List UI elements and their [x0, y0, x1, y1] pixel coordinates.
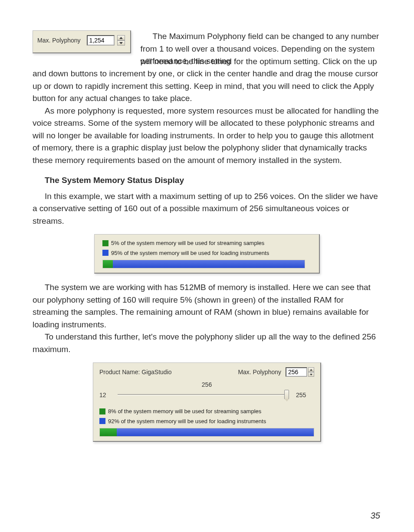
- spinner-up-button[interactable]: [308, 367, 314, 372]
- slider-thumb[interactable]: [284, 390, 289, 399]
- max-polyphony-input[interactable]: 1,254: [87, 35, 115, 46]
- polyphony-spinner-panel: Max. Polyphony 1,254: [33, 30, 131, 53]
- memory-status-line: 5% of the system memory will be used for…: [102, 239, 305, 248]
- slider-mark-label: 256: [202, 380, 212, 389]
- chevron-down-icon: [310, 374, 312, 375]
- memory-status-panel: 5% of the system memory will be used for…: [94, 234, 320, 274]
- memory-status-text: 95% of the system memory will be used fo…: [111, 249, 269, 258]
- green-swatch-icon: [102, 240, 108, 246]
- blue-swatch-icon: [99, 418, 105, 424]
- green-swatch-icon: [99, 408, 105, 415]
- memory-bar-blue-segment: [113, 260, 305, 268]
- body-paragraph: The system we are working with has 512MB…: [33, 281, 381, 331]
- max-polyphony-value: 256: [288, 368, 298, 377]
- body-paragraph: As more polyphony is requested, more sys…: [33, 105, 381, 167]
- memory-status-text: 92% of the system memory will be used fo…: [108, 417, 266, 426]
- section-heading: The System Memory Status Display: [45, 174, 381, 187]
- max-polyphony-value: 1,254: [89, 36, 105, 45]
- memory-bar-blue-segment: [117, 428, 314, 436]
- memory-bar-green-segment: [100, 428, 117, 436]
- chevron-down-icon: [119, 42, 123, 44]
- memory-status-line: 92% of the system memory will be used fo…: [99, 417, 314, 426]
- chevron-up-icon: [310, 369, 312, 371]
- slider-track: [118, 394, 289, 395]
- body-text: As more polyphony is requested, more sys…: [33, 106, 379, 165]
- product-name-label: Product Name: GigaStudio: [99, 368, 172, 377]
- memory-usage-bar: [102, 260, 305, 268]
- memory-status-line: 95% of the system memory will be used fo…: [102, 249, 305, 258]
- body-text: To understand this further, let's move t…: [33, 332, 376, 354]
- body-text: The system we are working with has 512MB…: [33, 283, 371, 329]
- spinner-up-button[interactable]: [117, 35, 125, 40]
- max-polyphony-input[interactable]: 256: [286, 367, 307, 377]
- memory-bar-green-segment: [103, 260, 113, 268]
- body-paragraph: To understand this further, let's move t…: [33, 331, 381, 356]
- max-polyphony-label: Max. Polyphony: [238, 368, 281, 377]
- memory-status-text: 5% of the system memory will be used for…: [111, 239, 264, 248]
- slider-max-label: 255: [296, 391, 314, 400]
- body-paragraph: will need to be fine tuned for the optim…: [33, 55, 381, 105]
- body-paragraph: In this example, we start with a maximum…: [33, 190, 381, 228]
- polyphony-slider[interactable]: [118, 390, 289, 400]
- memory-usage-bar: [99, 428, 314, 437]
- chevron-up-icon: [119, 37, 123, 39]
- slider-min-label: 12: [99, 391, 114, 400]
- body-text: In this example, we start with a maximum…: [33, 192, 378, 225]
- max-polyphony-label: Max. Polyphony: [37, 36, 81, 45]
- spinner-down-button[interactable]: [308, 372, 314, 377]
- spinner-down-button[interactable]: [117, 40, 125, 46]
- page-number: 35: [371, 511, 380, 521]
- polyphony-settings-panel: Product Name: GigaStudio Max. Polyphony …: [93, 362, 321, 442]
- body-text: will need to be fine tuned for the optim…: [33, 57, 378, 103]
- memory-status-text: 8% of the system memory will be used for…: [108, 407, 261, 416]
- blue-swatch-icon: [102, 250, 108, 256]
- memory-status-line: 8% of the system memory will be used for…: [99, 407, 314, 416]
